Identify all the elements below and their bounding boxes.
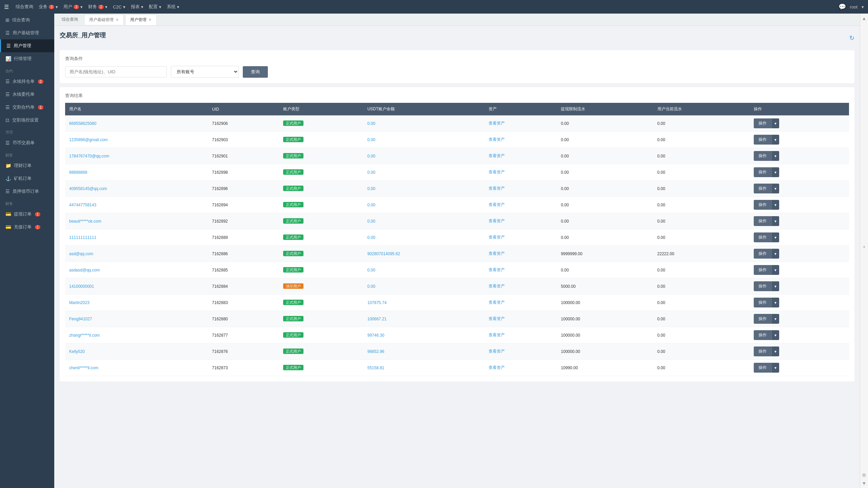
username-link[interactable]: 1784767470@qq.com [69,154,109,158]
nav-item-系统[interactable]: 系统 ▾ [167,4,179,10]
username-link[interactable]: asd@qq.com [69,251,93,256]
action-dropdown-button[interactable]: ▾ [771,135,779,145]
nav-item-C2C[interactable]: C2C ▾ [113,4,125,10]
username-link[interactable]: 669558625080 [69,121,96,126]
nav-item-财务[interactable]: 财务 2 ▾ [88,4,107,10]
sidebar-item-综合查询[interactable]: ⊞ 综合查询 [0,14,54,26]
action-dropdown-button[interactable]: ▾ [771,216,779,226]
sidebar-item-用户基础管理[interactable]: ☰ 用户基础管理 [0,26,54,39]
action-button[interactable]: 操作 [754,167,771,177]
action-dropdown-button[interactable]: ▾ [771,249,779,259]
username-link[interactable]: 88888888 [69,170,87,175]
action-button[interactable]: 操作 [754,151,771,161]
action-dropdown-button[interactable]: ▾ [771,330,779,340]
sidebar-item-提现订单[interactable]: 💳 提现订单 1 [0,208,54,221]
sidebar-item-矿机订单[interactable]: ⚓ 矿机订单 [0,172,54,185]
asset-link[interactable]: 查看资产 [489,333,505,337]
action-dropdown-button[interactable]: ▾ [771,281,779,291]
action-button[interactable]: 操作 [754,216,771,226]
action-button[interactable]: 操作 [754,298,771,307]
sidebar-item-行情管理[interactable]: 📊 行情管理 [0,52,54,65]
username-link[interactable]: 1235896@gmail.com [69,137,108,142]
asset-link[interactable]: 查看资产 [489,170,505,174]
user-info[interactable]: root [850,4,857,10]
asset-link[interactable]: 查看资产 [489,267,505,272]
sidebar-item-质押借币订单[interactable]: ☰ 质押借币订单 [0,185,54,198]
account-type-select[interactable]: 所有账号 正式用户 演示用户 [171,66,239,78]
sidebar-item-用户管理[interactable]: ☰ 用户管理 [0,39,54,52]
asset-link[interactable]: 查看资产 [489,137,505,142]
username-link[interactable]: Martin2023 [69,300,90,305]
tab-close-icon[interactable]: ✕ [116,18,119,22]
asset-link[interactable]: 查看资产 [489,284,505,288]
nav-item-配置[interactable]: 配置 ▾ [149,4,161,10]
asset-link[interactable]: 查看资产 [489,349,505,354]
sidebar-item-币币交易单[interactable]: ☰ 币币交易单 [0,136,54,149]
action-button[interactable]: 操作 [754,249,771,259]
action-button[interactable]: 操作 [754,265,771,275]
nav-item-综合查询[interactable]: 综合查询 [16,4,33,10]
username-link[interactable]: beauti*****ok.com [69,219,101,224]
action-dropdown-button[interactable]: ▾ [771,200,779,210]
username-link[interactable]: 111111111111 [69,235,96,240]
menu-icon[interactable]: ☰ [4,4,9,10]
username-link[interactable]: Kelly520 [69,349,85,354]
search-button[interactable]: 查询 [243,66,268,78]
action-button[interactable]: 操作 [754,363,771,373]
username-link[interactable]: 447447758143 [69,203,96,207]
action-button[interactable]: 操作 [754,281,771,291]
action-button[interactable]: 操作 [754,346,771,356]
action-dropdown-button[interactable]: ▾ [771,298,779,307]
refresh-icon[interactable]: ↻ [849,34,854,42]
action-button[interactable]: 操作 [754,314,771,324]
search-input[interactable] [65,66,167,77]
username-link[interactable]: 409558145@qq.com [69,186,107,191]
sidebar-item-交割场控设置[interactable]: ⊡ 交割场控设置 [0,114,54,127]
scroll-down-icon[interactable]: ▼ [861,480,868,487]
asset-link[interactable]: 查看资产 [489,121,505,126]
username-link[interactable]: chenli*****il.com [69,365,98,370]
username-link[interactable]: Feng941027 [69,317,92,321]
action-button[interactable]: 操作 [754,118,771,128]
action-dropdown-button[interactable]: ▾ [771,363,779,373]
action-dropdown-button[interactable]: ▾ [771,346,779,356]
action-dropdown-button[interactable]: ▾ [771,118,779,128]
nav-item-业务[interactable]: 业务 3 ▾ [39,4,58,10]
tab-综合查询[interactable]: 综合查询 [57,15,83,24]
action-dropdown-button[interactable]: ▾ [771,314,779,324]
asset-link[interactable]: 查看资产 [489,186,505,191]
username-link[interactable]: asdasd@qq.com [69,268,100,273]
asset-link[interactable]: 查看资产 [489,300,505,305]
username-link[interactable]: zhangi*****il.com [69,333,100,338]
sidebar-item-充值订单[interactable]: 💳 充值订单 1 [0,221,54,233]
asset-link[interactable]: 查看资产 [489,316,505,321]
asset-link[interactable]: 查看资产 [489,153,505,158]
scroll-up-icon[interactable]: ▲ [861,15,868,22]
action-dropdown-button[interactable]: ▾ [771,167,779,177]
action-dropdown-button[interactable]: ▾ [771,151,779,161]
action-dropdown-button[interactable]: ▾ [771,265,779,275]
asset-link[interactable]: 查看资产 [489,251,505,256]
gear-icon[interactable]: ⚙ [861,472,868,478]
tab-用户管理[interactable]: 用户管理 ✕ [125,15,157,25]
nav-item-用户[interactable]: 用户 3 ▾ [63,4,83,10]
chat-icon[interactable]: 💬 [839,3,846,11]
sidebar-item-理财订单[interactable]: 📁 理财订单 [0,159,54,172]
sidebar-item-永续持仓单[interactable]: ☰ 永续持仓单 2 [0,75,54,88]
action-button[interactable]: 操作 [754,330,771,340]
action-button[interactable]: 操作 [754,200,771,210]
action-button[interactable]: 操作 [754,232,771,242]
sidebar-item-交割合约单[interactable]: ☰ 交割合约单 1 [0,101,54,114]
sidebar-item-永续委托单[interactable]: ☰ 永续委托单 [0,88,54,101]
action-dropdown-button[interactable]: ▾ [771,232,779,242]
action-button[interactable]: 操作 [754,135,771,145]
asset-link[interactable]: 查看资产 [489,219,505,223]
tab-用户基础管理[interactable]: 用户基础管理 ✕ [84,15,124,25]
asset-link[interactable]: 查看资产 [489,202,505,207]
username-link[interactable]: 14100000001 [69,284,94,289]
action-button[interactable]: 操作 [754,184,771,193]
tab-close-icon[interactable]: ✕ [149,18,152,22]
plus-icon[interactable]: + [861,243,868,250]
action-dropdown-button[interactable]: ▾ [771,184,779,193]
nav-item-报表[interactable]: 报表 ▾ [131,4,143,10]
